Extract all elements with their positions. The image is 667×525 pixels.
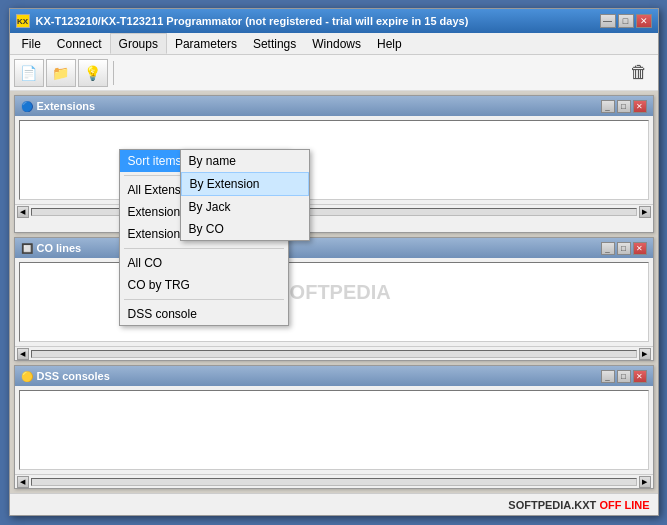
main-window: KX KX-T123210/KX-T123211 Programmator (n…: [9, 8, 659, 516]
title-bar-left: KX KX-T123210/KX-T123211 Programmator (n…: [16, 14, 469, 28]
extensions-title-bar: 🔵 Extensions _ □ ✕: [15, 96, 653, 116]
dss-title: 🟡 DSS consoles: [21, 370, 110, 382]
co-scroll-track[interactable]: [31, 350, 637, 358]
dss-close[interactable]: ✕: [633, 370, 647, 383]
status-filename: SOFTPEDIA.KXT: [508, 499, 596, 511]
dss-scroll-left[interactable]: ◀: [17, 476, 29, 488]
menu-file[interactable]: File: [14, 33, 49, 54]
co-lines-title-bar: 🔲 CO lines _ □ ✕: [15, 238, 653, 258]
by-extension-item[interactable]: By Extension: [181, 172, 309, 196]
dss-console-item[interactable]: DSS console: [120, 303, 288, 325]
status-bar: SOFTPEDIA.KXT OFF LINE: [10, 493, 658, 515]
menu-sep-2: [124, 248, 284, 249]
open-icon: 📁: [52, 65, 69, 81]
menu-bar: File Connect Groups Parameters Settings …: [10, 33, 658, 55]
dss-title-buttons: _ □ ✕: [601, 370, 647, 383]
co-lines-scrollbar: ◀ ▶: [15, 346, 653, 360]
extensions-minimize[interactable]: _: [601, 100, 615, 113]
extensions-content: [19, 120, 649, 200]
by-jack-item[interactable]: By Jack: [181, 196, 309, 218]
title-bar: KX KX-T123210/KX-T123211 Programmator (n…: [10, 9, 658, 33]
close-button[interactable]: ✕: [636, 14, 652, 28]
trash-icon: 🗑: [630, 62, 648, 83]
menu-sep-3: [124, 299, 284, 300]
co-lines-icon: 🔲: [21, 242, 33, 254]
dss-scroll-track[interactable]: [31, 478, 637, 486]
menu-connect[interactable]: Connect: [49, 33, 110, 54]
delete-button[interactable]: 🗑: [624, 59, 654, 87]
save-icon: 💡: [84, 65, 101, 81]
menu-settings[interactable]: Settings: [245, 33, 304, 54]
extensions-scrollbar: ◀ ▶: [15, 204, 653, 218]
title-buttons: — □ ✕: [600, 14, 652, 28]
toolbar: 📄 📁 💡 🗑: [10, 55, 658, 91]
co-lines-window: 🔲 CO lines _ □ ✕ ◀ ▶: [14, 237, 654, 361]
status-state: OFF LINE: [599, 499, 649, 511]
co-by-trg-item[interactable]: CO by TRG: [120, 274, 288, 296]
menu-parameters[interactable]: Parameters: [167, 33, 245, 54]
co-scroll-right[interactable]: ▶: [639, 348, 651, 360]
co-lines-content: [19, 262, 649, 342]
extensions-window: 🔵 Extensions _ □ ✕ ◀ ▶: [14, 95, 654, 233]
new-icon: 📄: [20, 65, 37, 81]
sort-submenu[interactable]: By name By Extension By Jack By CO: [180, 149, 310, 241]
all-co-item[interactable]: All CO: [120, 252, 288, 274]
by-name-item[interactable]: By name: [181, 150, 309, 172]
menu-groups[interactable]: Groups: [110, 33, 167, 54]
new-button[interactable]: 📄: [14, 59, 44, 87]
co-scroll-left[interactable]: ◀: [17, 348, 29, 360]
save-button[interactable]: 💡: [78, 59, 108, 87]
co-lines-title: 🔲 CO lines: [21, 242, 82, 254]
menu-windows[interactable]: Windows: [304, 33, 369, 54]
dss-icon: 🟡: [21, 370, 33, 382]
by-co-item[interactable]: By CO: [181, 218, 309, 240]
app-icon: KX: [16, 14, 30, 28]
co-lines-minimize[interactable]: _: [601, 242, 615, 255]
dss-consoles-window: 🟡 DSS consoles _ □ ✕ ◀ ▶: [14, 365, 654, 489]
maximize-button[interactable]: □: [618, 14, 634, 28]
dss-minimize[interactable]: _: [601, 370, 615, 383]
dss-scroll-right[interactable]: ▶: [639, 476, 651, 488]
extensions-restore[interactable]: □: [617, 100, 631, 113]
extensions-icon: 🔵: [21, 100, 33, 112]
co-lines-restore[interactable]: □: [617, 242, 631, 255]
dss-title-bar: 🟡 DSS consoles _ □ ✕: [15, 366, 653, 386]
extensions-title: 🔵 Extensions: [21, 100, 96, 112]
extensions-title-buttons: _ □ ✕: [601, 100, 647, 113]
menu-help[interactable]: Help: [369, 33, 410, 54]
co-lines-close[interactable]: ✕: [633, 242, 647, 255]
open-button[interactable]: 📁: [46, 59, 76, 87]
scroll-left-btn[interactable]: ◀: [17, 206, 29, 218]
scroll-right-btn[interactable]: ▶: [639, 206, 651, 218]
extensions-close[interactable]: ✕: [633, 100, 647, 113]
dss-restore[interactable]: □: [617, 370, 631, 383]
toolbar-separator: [113, 61, 114, 85]
dss-content: [19, 390, 649, 470]
dss-scrollbar: ◀ ▶: [15, 474, 653, 488]
co-lines-title-buttons: _ □ ✕: [601, 242, 647, 255]
window-title: KX-T123210/KX-T123211 Programmator (not …: [36, 15, 469, 27]
main-content: SOFTPEDIA 🔵 Extensions _ □ ✕ ◀ ▶: [10, 91, 658, 493]
minimize-button[interactable]: —: [600, 14, 616, 28]
